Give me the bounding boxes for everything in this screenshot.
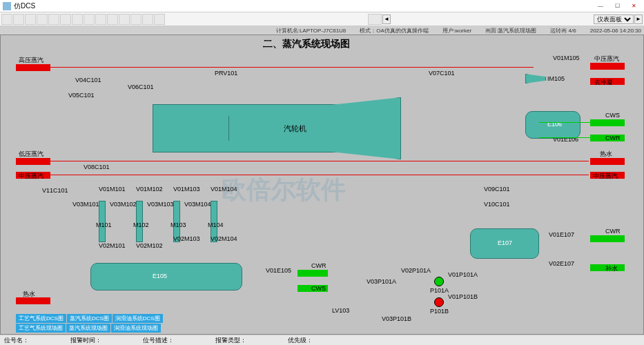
v03m102-label: V03M102 [110, 201, 137, 208]
line-lp [50, 161, 589, 161]
v10c101-label: V10C101 [484, 201, 510, 208]
m102-label: M102 [133, 221, 149, 228]
toolbar-btn-11[interactable] [119, 14, 130, 25]
line-cwr1 [539, 137, 590, 138]
panel-dropdown[interactable]: 仪表面板 [594, 14, 634, 24]
to-cond-label: 去冷凝 [594, 78, 613, 87]
v01m105-label: V01M105 [553, 55, 580, 61]
v11c101-label: V11C101 [42, 187, 68, 194]
info-user: 用户:worker [442, 27, 471, 34]
hot-water-arrow-r [590, 158, 625, 165]
cwr-label-1: CWR [605, 135, 621, 141]
v01p101b-label: V01P101B [448, 293, 478, 300]
toolbar-btn-9[interactable] [95, 14, 106, 25]
hp-steam-label: 高压蒸汽 [19, 56, 43, 65]
hot-water-label-l: 热水 [23, 290, 35, 299]
toolbar-btn-4[interactable] [37, 14, 48, 25]
v09c101-label: V09C101 [484, 186, 510, 193]
v02m101-label: V02M101 [99, 242, 126, 249]
cws-label-e105: CWS [311, 285, 326, 292]
title-bar: 仿DCS — ☐ ✕ [0, 0, 644, 12]
mp-steam-label2: 中压蒸汽 [19, 172, 43, 181]
hot-water-label-r: 热水 [600, 150, 612, 159]
diagram-title: 二、蒸汽系统现场图 [263, 38, 350, 50]
toolbar-btn-8[interactable] [84, 14, 95, 25]
hp-steam-arrow [16, 64, 50, 71]
cwr-arrow-e105 [297, 270, 328, 277]
nav-lube-field[interactable]: 润滑油系统现场图 [111, 324, 161, 333]
v01m101-label: V01M101 [99, 186, 126, 193]
v01e107-label: V01E107 [549, 231, 574, 238]
minimize-button[interactable]: — [593, 1, 608, 11]
info-page: 运转画 4/6 [550, 27, 576, 34]
lp-steam-arrow [16, 158, 50, 165]
nav-lube-dcs[interactable]: 润滑油系统DCS图 [113, 314, 163, 323]
nav-steam-field[interactable]: 蒸汽系统现场图 [66, 324, 110, 333]
v02m103-label: V02M103 [173, 235, 200, 242]
line-cws1 [539, 122, 590, 123]
prv101-label: PRV101 [215, 70, 237, 77]
v03m103-label: V03M103 [147, 201, 174, 208]
e107-label: E107 [498, 239, 512, 246]
toolbar-btn-7[interactable] [72, 14, 83, 25]
info-mode: 模式：OA仿真的仿真操作端 [360, 27, 429, 34]
window-buttons: — ☐ ✕ [593, 1, 641, 11]
toolbar-btn-13[interactable] [142, 14, 153, 25]
toolbar-chart-icon[interactable] [368, 14, 382, 25]
info-time: 2022-05-06 14:20:30 [590, 28, 641, 34]
nav-process-field[interactable]: 工艺气系统现场图 [16, 324, 66, 333]
e105-label: E105 [153, 273, 167, 279]
cws-arrow-1 [590, 119, 625, 126]
v07c101-label: V07C101 [429, 70, 455, 77]
nav-process-dcs[interactable]: 工艺气系统DCS图 [16, 314, 66, 323]
info-bar: 计算机名:LAPTOP-J7C81U8 模式：OA仿真的仿真操作端 用户:wor… [0, 26, 644, 34]
v01m102-label: V01M102 [136, 186, 163, 193]
status-type: 报警类型： [215, 336, 246, 345]
v01m104-label: V01M104 [211, 186, 237, 193]
toolbar-btn-3[interactable] [25, 14, 36, 25]
v02p101a-label: V02P101A [401, 267, 431, 274]
toolbar-btn-14[interactable] [154, 14, 165, 25]
app-icon [3, 2, 11, 10]
v08c101-label: V08C101 [84, 164, 110, 170]
im105[interactable] [525, 74, 546, 83]
p101b[interactable] [434, 297, 444, 307]
toolbar-btn-10[interactable] [107, 14, 118, 25]
prev-page-button[interactable]: ◄ [382, 14, 391, 24]
toolbar: ◄ 仪表面板 ► [0, 12, 644, 26]
cwr-label-e105: CWR [311, 262, 326, 269]
toolbar-btn-6[interactable] [60, 14, 71, 25]
mp-steam-label-top: 中压蒸汽 [594, 55, 619, 63]
cws-label-1: CWS [605, 112, 620, 119]
p101a-label: P101A [430, 287, 449, 294]
status-bar: 位号名： 报警时间： 位号描述： 报警类型： 优先级： [0, 335, 644, 345]
toolbar-btn-12[interactable] [130, 14, 142, 25]
mp-steam-in-arrow [590, 63, 625, 70]
p101b-label: P101B [430, 308, 449, 315]
v02e107-label: V02E107 [549, 260, 574, 267]
close-button[interactable]: ✕ [626, 1, 641, 11]
p101a[interactable] [434, 277, 444, 286]
v01m103-label: V01M103 [173, 186, 200, 193]
status-priority: 优先级： [288, 336, 313, 345]
status-alarm-time: 报警时间： [70, 336, 101, 345]
toolbar-btn-5[interactable] [48, 14, 59, 25]
im105-label: IM105 [547, 75, 565, 82]
line-mp [50, 175, 589, 175]
toolbar-btn-2[interactable] [13, 14, 24, 25]
m104-label: M104 [208, 221, 224, 228]
status-desc: 位号描述： [143, 336, 174, 345]
next-page-button[interactable]: ► [634, 14, 643, 24]
turbine-label: 汽轮机 [284, 124, 306, 134]
lv103-label: LV103 [332, 307, 349, 314]
v05c101-label: V05C101 [68, 92, 95, 99]
toolbar-btn-1[interactable] [1, 14, 12, 25]
maximize-button[interactable]: ☐ [609, 1, 625, 11]
window-title: 仿DCS [14, 1, 593, 11]
status-tag: 位号名： [4, 336, 29, 345]
nav-steam-dcs[interactable]: 蒸汽系统DCS图 [67, 314, 112, 323]
v06c101-label: V06C101 [128, 83, 154, 90]
v03m101-label: V03M101 [72, 201, 99, 208]
v02m102-label: V02M102 [136, 242, 163, 249]
info-screen: 画面:蒸汽系统现场图 [485, 27, 536, 34]
